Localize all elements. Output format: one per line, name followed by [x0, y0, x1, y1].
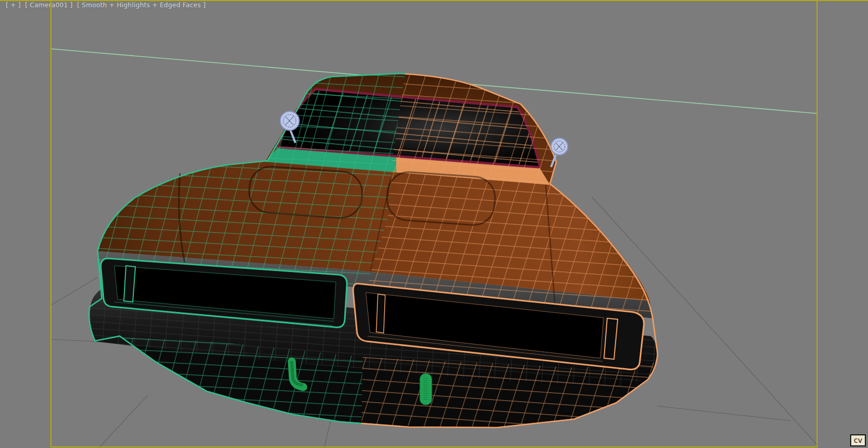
viewport-camera-menu[interactable]: [ Camera001 ]: [25, 2, 73, 9]
viewport-nav-menu[interactable]: [ + ]: [6, 2, 21, 9]
viewport-label: [ + ] [ Camera001 ] [ Smooth + Highlight…: [6, 2, 208, 9]
grille-right-inner-divider: [376, 294, 385, 333]
watermark-badge: cv: [850, 434, 866, 446]
viewport[interactable]: [ + ] [ Camera001 ] [ Smooth + Highlight…: [0, 0, 868, 448]
viewport-shading-menu[interactable]: [ Smooth + Highlights + Edged Faces ]: [77, 2, 206, 9]
headlight-door-left[interactable]: [124, 266, 135, 302]
viewport-canvas[interactable]: [0, 0, 868, 448]
